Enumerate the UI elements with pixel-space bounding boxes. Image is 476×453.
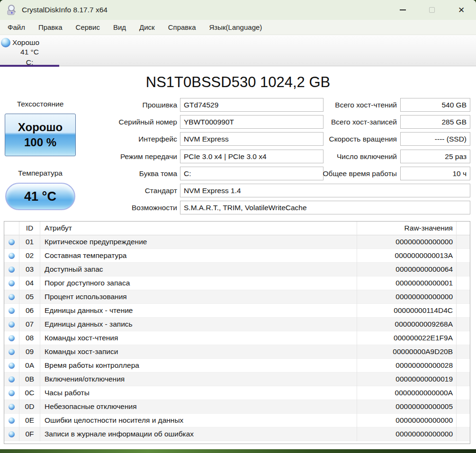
attribute-name: Записи в журнале информации об ошибках	[40, 427, 357, 441]
field-label: Всего хост-чтений	[284, 98, 397, 112]
drive-tab-temperature: 41 °C	[0, 48, 59, 56]
smart-table-header: ID Атрибут Raw-значения	[4, 222, 470, 235]
attribute-status-orb-icon	[9, 253, 15, 259]
attribute-name: Команды хост-чтения	[40, 331, 357, 345]
menu-item[interactable]: Сервис	[69, 20, 107, 35]
attribute-name: Часы работы	[40, 386, 357, 400]
smart-table-row[interactable]: 0C Часы работы 0000000000000A	[4, 386, 470, 400]
titlebar: CrystalDiskInfo 8.17.7 x64 ✕	[0, 0, 476, 20]
field-value: ---- (SSD)	[400, 132, 470, 146]
attribute-id: 02	[19, 249, 40, 263]
field-value: 10 ч	[400, 167, 470, 180]
drive-tab-status: Хорошо	[12, 38, 39, 47]
attribute-raw-value: 00000000000064	[357, 263, 457, 276]
attribute-status-orb-icon	[9, 239, 15, 245]
attribute-raw-value: 00000000000001	[357, 276, 457, 290]
attribute-id: 05	[19, 290, 40, 304]
attribute-status-orb-icon	[9, 280, 15, 286]
active-tab-indicator	[0, 65, 59, 67]
drive-selector-strip: Хорошо 41 °C C:	[0, 35, 476, 66]
header-id: ID	[19, 222, 40, 235]
smart-table-row[interactable]: 02 Составная температура 0000000000013A	[4, 249, 470, 263]
attribute-name: Составная температура	[40, 249, 357, 263]
smart-table-row[interactable]: 0A Время работы контроллера 000000000000…	[4, 359, 470, 373]
attribute-status-orb-icon	[9, 349, 15, 355]
attribute-raw-value: 00000000000000	[357, 414, 457, 427]
attribute-id: 0E	[19, 414, 40, 427]
attribute-id: 0B	[19, 373, 40, 386]
header-raw-values: Raw-значения	[357, 222, 457, 235]
attribute-name: Команды хост-записи	[40, 345, 357, 359]
smart-table-row[interactable]: 06 Единицы данных - чтение 00000000114D4…	[4, 304, 470, 318]
attribute-id: 0C	[19, 386, 40, 400]
attribute-status-orb-icon	[9, 266, 15, 273]
attribute-id: 0F	[19, 427, 40, 441]
attribute-raw-value: 00000000A9D20B	[357, 345, 457, 359]
attribute-raw-value: 00000000000000	[357, 290, 457, 304]
header-attribute: Атрибут	[40, 222, 357, 235]
attribute-name: Порог доступного запаса	[40, 276, 357, 290]
menu-item[interactable]: Правка	[32, 20, 69, 35]
menu-item[interactable]: Язык(Language)	[203, 20, 269, 35]
minimize-icon	[400, 9, 406, 10]
attribute-name: Единицы данных - чтение	[40, 304, 357, 318]
attribute-raw-value: 00000000000005	[357, 400, 457, 414]
app-icon	[6, 4, 18, 16]
attribute-id: 01	[19, 235, 40, 249]
app-window: CrystalDiskInfo 8.17.7 x64 ✕ Файл Правка…	[0, 0, 476, 449]
menu-item[interactable]: Справка	[162, 20, 203, 35]
smart-table-body: 01 Критическое предупреждение 0000000000…	[4, 235, 470, 441]
attribute-name: Процент использования	[40, 290, 357, 304]
close-icon: ✕	[458, 6, 465, 14]
attribute-id: 03	[19, 263, 40, 276]
field-label: Общее время работы	[284, 167, 397, 180]
attribute-name: Единицы данных - запись	[40, 318, 357, 331]
menu-item[interactable]: Диск	[133, 20, 162, 35]
smart-table-row[interactable]: 08 Команды хост-чтения 000000022E1F9A	[4, 331, 470, 345]
close-button[interactable]: ✕	[447, 0, 476, 20]
attribute-id: 09	[19, 345, 40, 359]
field-value: NVM Express 1.4	[180, 184, 470, 197]
attribute-raw-value: 00000000000028	[357, 359, 457, 373]
smart-table-row[interactable]: 04 Порог доступного запаса 0000000000000…	[4, 276, 470, 290]
attribute-raw-value: 00000000114D4C	[357, 304, 457, 318]
menu-item[interactable]: Файл	[1, 20, 32, 35]
smart-table-row[interactable]: 03 Доступный запас 00000000000064	[4, 263, 470, 276]
smart-table: ID Атрибут Raw-значения 01 Критическое п…	[4, 221, 470, 444]
field-label: Число включений	[284, 150, 397, 163]
menu-item[interactable]: Вид	[107, 20, 133, 35]
attribute-raw-value: 0000000009268A	[357, 318, 457, 331]
minimize-button[interactable]	[388, 0, 417, 20]
attribute-name: Критическое предупреждение	[40, 235, 357, 249]
smart-table-row[interactable]: 01 Критическое предупреждение 0000000000…	[4, 235, 470, 249]
attribute-id: 04	[19, 276, 40, 290]
drive-tab-c[interactable]: Хорошо 41 °C C:	[0, 35, 59, 66]
field-label: Интерфейс	[0, 132, 177, 146]
attribute-status-orb-icon	[9, 335, 15, 341]
attribute-name: Включения/отключения	[40, 373, 357, 386]
smart-table-row[interactable]: 07 Единицы данных - запись 0000000009268…	[4, 318, 470, 331]
attribute-status-orb-icon	[9, 321, 15, 328]
attribute-status-orb-icon	[9, 390, 15, 396]
field-value: 25 раз	[400, 150, 470, 163]
attribute-status-orb-icon	[9, 431, 15, 437]
smart-table-row[interactable]: 05 Процент использования 00000000000000	[4, 290, 470, 304]
smart-table-row[interactable]: 0E Ошибки целостности носителя и данных …	[4, 414, 470, 427]
attribute-name: Ошибки целостности носителя и данных	[40, 414, 357, 427]
attribute-id: 06	[19, 304, 40, 318]
attribute-name: Время работы контроллера	[40, 359, 357, 373]
disk-model-title: NS1T0BSSD530 1024,2 GB	[0, 74, 476, 91]
attribute-raw-value: 0000000000013A	[357, 249, 457, 263]
field-label: Серийный номер	[0, 115, 177, 129]
attribute-id: 0D	[19, 400, 40, 414]
smart-table-row[interactable]: 0F Записи в журнале информации об ошибка…	[4, 427, 470, 441]
smart-table-row[interactable]: 0B Включения/отключения 00000000000019	[4, 373, 470, 386]
field-label: Режим передачи	[0, 150, 177, 163]
smart-table-row[interactable]: 09 Команды хост-записи 00000000A9D20B	[4, 345, 470, 359]
maximize-button[interactable]	[417, 0, 447, 20]
field-label: Стандарт	[0, 184, 177, 197]
field-label: Возможности	[0, 201, 177, 214]
smart-table-row[interactable]: 0D Небезопасные отключения 0000000000000…	[4, 400, 470, 414]
field-label: Буква тома	[0, 167, 177, 180]
attribute-status-orb-icon	[9, 294, 15, 300]
